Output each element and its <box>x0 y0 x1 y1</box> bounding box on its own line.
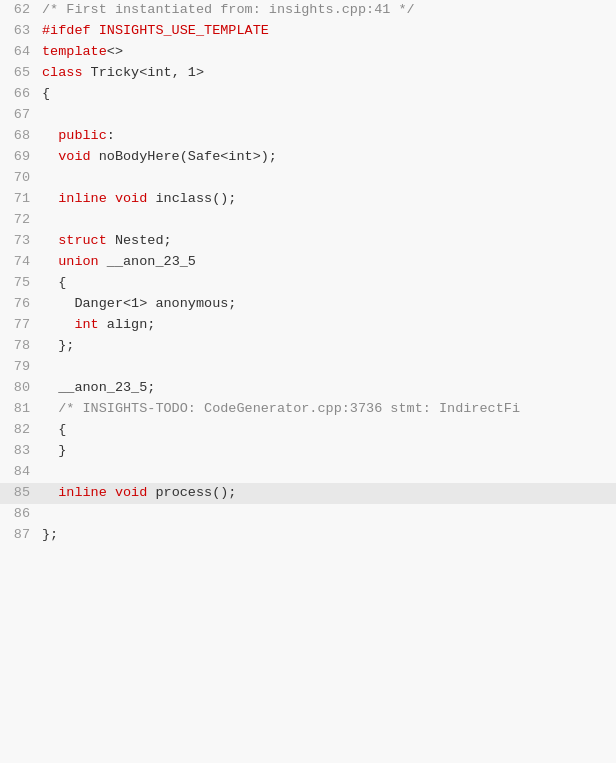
line-number: 80 <box>0 378 38 399</box>
code-line: 75 { <box>0 273 616 294</box>
code-token: struct <box>58 233 107 248</box>
code-token: /* INSIGHTS-TODO: CodeGenerator.cpp:3736… <box>42 401 520 416</box>
code-line: 74 union __anon_23_5 <box>0 252 616 273</box>
code-line: 70 <box>0 168 616 189</box>
line-content: } <box>38 441 616 462</box>
line-number: 84 <box>0 462 38 483</box>
code-token: inline <box>58 485 107 500</box>
code-token: { <box>42 422 66 437</box>
code-token: : <box>107 128 115 143</box>
code-line: 72 <box>0 210 616 231</box>
code-line: 69 void noBodyHere(Safe<int>); <box>0 147 616 168</box>
line-number: 77 <box>0 315 38 336</box>
code-token: void <box>58 149 90 164</box>
line-content: { <box>38 420 616 441</box>
code-token: } <box>42 443 66 458</box>
code-token <box>107 485 115 500</box>
code-line: 64template<> <box>0 42 616 63</box>
line-number: 86 <box>0 504 38 525</box>
line-number: 73 <box>0 231 38 252</box>
code-line: 62/* First instantiated from: insights.c… <box>0 0 616 21</box>
line-number: 74 <box>0 252 38 273</box>
code-token: int <box>74 317 98 332</box>
code-token: { <box>42 86 50 101</box>
code-line: 85 inline void process(); <box>0 483 616 504</box>
line-number: 67 <box>0 105 38 126</box>
line-number: 87 <box>0 525 38 546</box>
code-token: align; <box>99 317 156 332</box>
line-content: { <box>38 273 616 294</box>
code-token: inline <box>58 191 107 206</box>
code-line: 84 <box>0 462 616 483</box>
line-content: class Tricky<int, 1> <box>38 63 616 84</box>
line-number: 83 <box>0 441 38 462</box>
code-line: 80 __anon_23_5; <box>0 378 616 399</box>
code-line: 82 { <box>0 420 616 441</box>
code-token: __anon_23_5; <box>42 380 155 395</box>
line-number: 85 <box>0 483 38 504</box>
code-line: 83 } <box>0 441 616 462</box>
code-line: 66{ <box>0 84 616 105</box>
line-number: 70 <box>0 168 38 189</box>
code-line: 86 <box>0 504 616 525</box>
code-token <box>42 128 58 143</box>
line-content <box>38 168 616 189</box>
line-content: inline void process(); <box>38 483 616 504</box>
line-number: 78 <box>0 336 38 357</box>
code-token: /* First instantiated from: insights.cpp… <box>42 2 415 17</box>
code-token: __anon_23_5 <box>99 254 196 269</box>
line-content: Danger<1> anonymous; <box>38 294 616 315</box>
line-number: 69 <box>0 147 38 168</box>
line-content: }; <box>38 525 616 546</box>
line-content: #ifdef INSIGHTS_USE_TEMPLATE <box>38 21 616 42</box>
code-line: 68 public: <box>0 126 616 147</box>
line-content: template<> <box>38 42 616 63</box>
line-content <box>38 504 616 525</box>
code-token: union <box>58 254 99 269</box>
line-content: /* First instantiated from: insights.cpp… <box>38 0 616 21</box>
code-token <box>42 233 58 248</box>
code-token <box>42 149 58 164</box>
code-token: public <box>58 128 107 143</box>
code-token: Danger<1> anonymous; <box>42 296 236 311</box>
code-token: Nested; <box>107 233 172 248</box>
code-token: Tricky<int, 1> <box>83 65 205 80</box>
code-line: 77 int align; <box>0 315 616 336</box>
code-token <box>42 317 74 332</box>
line-number: 63 <box>0 21 38 42</box>
code-container: 62/* First instantiated from: insights.c… <box>0 0 616 763</box>
code-token: class <box>42 65 83 80</box>
code-token: process(); <box>147 485 236 500</box>
line-number: 68 <box>0 126 38 147</box>
code-line: 81 /* INSIGHTS-TODO: CodeGenerator.cpp:3… <box>0 399 616 420</box>
line-number: 71 <box>0 189 38 210</box>
code-token: noBodyHere(Safe<int>); <box>91 149 277 164</box>
line-number: 79 <box>0 357 38 378</box>
code-line: 67 <box>0 105 616 126</box>
line-content: void noBodyHere(Safe<int>); <box>38 147 616 168</box>
code-line: 73 struct Nested; <box>0 231 616 252</box>
line-content: int align; <box>38 315 616 336</box>
line-content: inline void inclass(); <box>38 189 616 210</box>
line-number: 76 <box>0 294 38 315</box>
code-line: 78 }; <box>0 336 616 357</box>
code-line: 76 Danger<1> anonymous; <box>0 294 616 315</box>
line-number: 66 <box>0 84 38 105</box>
code-token <box>42 191 58 206</box>
line-number: 75 <box>0 273 38 294</box>
line-content: public: <box>38 126 616 147</box>
line-content <box>38 105 616 126</box>
line-content: union __anon_23_5 <box>38 252 616 273</box>
code-token: inclass(); <box>147 191 236 206</box>
code-token: #ifdef INSIGHTS_USE_TEMPLATE <box>42 23 269 38</box>
code-token <box>42 485 58 500</box>
line-number: 65 <box>0 63 38 84</box>
code-token: { <box>42 275 66 290</box>
code-line: 65class Tricky<int, 1> <box>0 63 616 84</box>
line-content: struct Nested; <box>38 231 616 252</box>
code-token <box>42 254 58 269</box>
line-number: 72 <box>0 210 38 231</box>
code-token: <> <box>107 44 123 59</box>
line-content: __anon_23_5; <box>38 378 616 399</box>
code-token: template <box>42 44 107 59</box>
